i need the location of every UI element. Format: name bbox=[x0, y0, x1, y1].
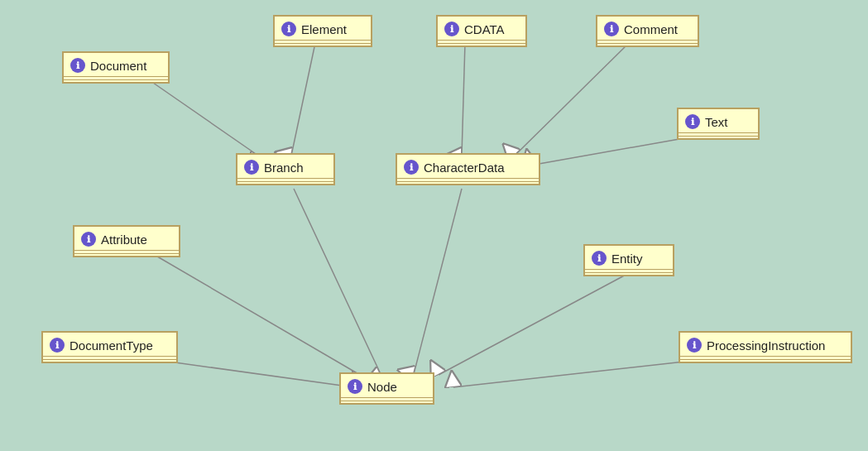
label-ProcessingInstruction: ProcessingInstruction bbox=[707, 338, 825, 353]
node-CDATA: ℹ CDATA bbox=[436, 15, 527, 47]
node-CharacterData: ℹ CharacterData bbox=[396, 153, 540, 185]
label-Attribute: Attribute bbox=[101, 233, 147, 247]
node-DocumentType: ℹ DocumentType bbox=[41, 331, 178, 363]
icon-ProcessingInstruction: ℹ bbox=[687, 338, 702, 353]
icon-DocumentType: ℹ bbox=[50, 338, 65, 353]
icon-CDATA: ℹ bbox=[444, 22, 459, 36]
node-Text: ℹ Text bbox=[677, 108, 760, 140]
label-Document: Document bbox=[90, 59, 146, 73]
node-Node: ℹ Node bbox=[339, 372, 434, 405]
svg-line-13 bbox=[157, 360, 354, 387]
svg-line-12 bbox=[439, 273, 629, 375]
label-DocumentType: DocumentType bbox=[70, 338, 153, 353]
label-Node: Node bbox=[367, 380, 397, 394]
node-Comment: ℹ Comment bbox=[596, 15, 699, 47]
node-Entity: ℹ Entity bbox=[583, 244, 674, 276]
label-Element: Element bbox=[301, 22, 347, 36]
node-Attribute: ℹ Attribute bbox=[73, 225, 180, 257]
svg-line-8 bbox=[530, 137, 693, 166]
node-Branch: ℹ Branch bbox=[236, 153, 335, 185]
label-Entity: Entity bbox=[611, 252, 643, 266]
node-Document: ℹ Document bbox=[62, 51, 170, 84]
node-ProcessingInstruction: ℹ ProcessingInstruction bbox=[679, 331, 852, 363]
svg-line-14 bbox=[453, 360, 699, 387]
icon-Text: ℹ bbox=[685, 114, 700, 129]
icon-Element: ℹ bbox=[281, 22, 296, 36]
svg-line-5 bbox=[153, 83, 258, 156]
icon-Attribute: ℹ bbox=[81, 232, 96, 247]
svg-line-4 bbox=[291, 43, 315, 156]
svg-line-9 bbox=[294, 189, 381, 374]
label-CharacterData: CharacterData bbox=[424, 161, 505, 175]
svg-line-10 bbox=[414, 189, 462, 374]
label-Branch: Branch bbox=[264, 161, 304, 175]
svg-line-11 bbox=[153, 254, 360, 375]
icon-Node: ℹ bbox=[348, 379, 362, 394]
svg-line-6 bbox=[462, 43, 465, 156]
label-Comment: Comment bbox=[624, 22, 678, 36]
label-Text: Text bbox=[705, 115, 728, 129]
label-CDATA: CDATA bbox=[464, 22, 505, 36]
icon-Branch: ℹ bbox=[244, 160, 259, 175]
icon-Entity: ℹ bbox=[592, 251, 607, 266]
node-Element: ℹ Element bbox=[273, 15, 372, 47]
icon-Document: ℹ bbox=[70, 58, 85, 73]
svg-line-7 bbox=[515, 43, 629, 156]
icon-CharacterData: ℹ bbox=[404, 160, 419, 175]
icon-Comment: ℹ bbox=[604, 22, 619, 36]
